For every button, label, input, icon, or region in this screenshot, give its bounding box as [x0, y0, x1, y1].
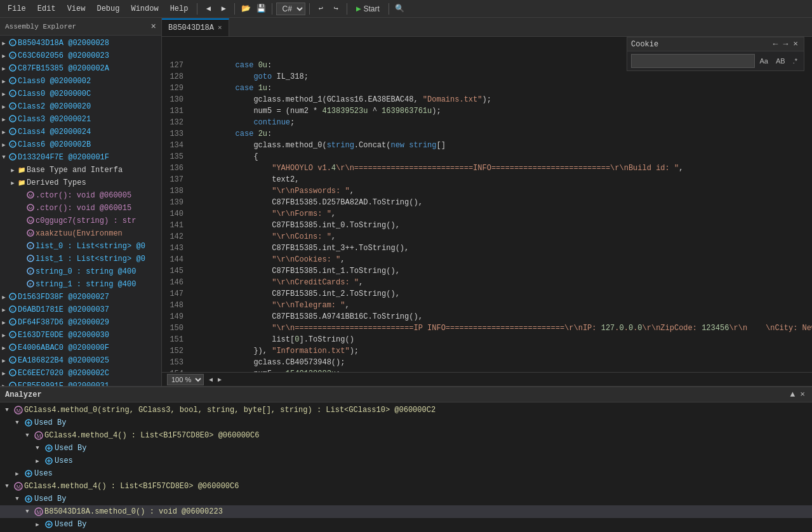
svg-text:F: F	[29, 256, 32, 262]
tree-item[interactable]: ▶CC87FB15385 @0200002A	[0, 62, 161, 75]
line-number: 153	[167, 357, 190, 368]
cookie-opt-case[interactable]: Aa	[757, 54, 771, 68]
tree-item[interactable]: M.ctor(): void @060015	[0, 202, 161, 215]
analyzer-item-label: Uses	[34, 469, 53, 478]
analyzer-item[interactable]: ▶Used By	[0, 518, 812, 531]
line-number: 150	[167, 323, 190, 334]
menu-file[interactable]: File	[3, 3, 31, 15]
tree-type-icon: C	[8, 318, 18, 328]
tree-item[interactable]: Fstring_1 : string @400	[0, 278, 161, 291]
tree-type-icon: C	[8, 331, 18, 340]
editor-statusbar: 100 % ◀ ▶	[162, 372, 812, 386]
save-button[interactable]: 💾	[254, 2, 268, 16]
tree-item[interactable]: Flist_0 : List<string> @0	[0, 240, 161, 253]
tree-arrow-icon: ▶	[0, 370, 8, 377]
toolbar-sep-3	[272, 3, 272, 15]
tree-type-icon: M	[25, 204, 36, 213]
tree-item[interactable]: ▶CClass0 @0200000C	[0, 88, 161, 100]
scroll-right-button[interactable]: ▶	[218, 376, 222, 383]
menu-edit[interactable]: Edit	[32, 3, 61, 15]
toolbar-sep-2	[234, 3, 235, 15]
tree-item[interactable]: ▶CDF64F387D6 @02000029	[0, 316, 161, 329]
svg-text:C: C	[11, 371, 15, 376]
redo-button[interactable]: ↪	[329, 2, 343, 16]
language-select[interactable]: C#	[276, 3, 305, 15]
editor-tab[interactable]: B85043D18A ×	[162, 18, 229, 36]
analyzer-item[interactable]: ▼MGClass4.method_0(string, GClass3, bool…	[0, 404, 812, 416]
svg-text:M: M	[29, 218, 33, 223]
open-button[interactable]: 📂	[239, 2, 253, 16]
undo-button[interactable]: ↩	[314, 2, 328, 16]
svg-text:C: C	[11, 155, 15, 160]
analyzer-item[interactable]: ▼MGClass4.method_4() : List<B1F57CD8E0> …	[0, 480, 812, 493]
tree-item[interactable]: ▶CE163D7E0DE @02000030	[0, 329, 161, 342]
cookie-search-input[interactable]	[631, 54, 755, 68]
scroll-left-button[interactable]: ◀	[209, 376, 213, 383]
analyzer-item[interactable]: ▶Uses	[0, 455, 812, 467]
menu-view[interactable]: View	[62, 3, 91, 15]
tree-item[interactable]: ▶CD6ABD1781E @02000037	[0, 303, 161, 316]
tree-item[interactable]: Flist_1 : List<string> @0	[0, 253, 161, 265]
tree-item[interactable]: ▶📁Derived Types	[0, 176, 161, 189]
tree-arrow-icon: ▶	[0, 129, 8, 136]
start-button[interactable]: ▶ Start	[351, 3, 384, 15]
cookie-fwd-button[interactable]: →	[781, 39, 790, 49]
search-toolbar-button[interactable]: 🔍	[393, 2, 407, 16]
tree-item[interactable]: ▶📁Base Type and Interfa	[0, 164, 161, 176]
line-number: 149	[167, 311, 190, 323]
analyzer-item[interactable]: ▼Used By	[0, 493, 812, 505]
tree-item[interactable]: Mc0ggugc7(string) : str	[0, 215, 161, 227]
fwd-button[interactable]: ▶	[216, 2, 230, 16]
tree-item[interactable]: ▼CD133204F7E @0200001F	[0, 151, 161, 164]
tree-item[interactable]: Mxaakztuu(Environmen	[0, 227, 161, 240]
back-button[interactable]: ◀	[201, 2, 215, 16]
analyzer-close-button[interactable]: ×	[798, 390, 807, 399]
analyzer-expand-button[interactable]: ▲	[788, 390, 797, 399]
analyzer-item[interactable]: ▼MGClass4.method_4() : List<B1F57CD8E0> …	[0, 429, 812, 442]
tree-item[interactable]: M.ctor(): void @060005	[0, 189, 161, 202]
code-line: 131 num5 = (num2 * 413839523u ^ 16398637…	[167, 105, 812, 117]
cookie-opt-regex[interactable]: .*	[790, 54, 800, 68]
tree-item[interactable]: ▶CB85043D18A @02000028	[0, 37, 161, 50]
cookie-back-button[interactable]: ←	[771, 39, 780, 49]
cookie-close-button[interactable]: ×	[791, 39, 800, 49]
analyzer-item[interactable]: ▼Used By	[0, 442, 812, 455]
tree-item[interactable]: ▶CECB5E9991F @02000031	[0, 380, 161, 386]
toolbar-sep-5	[347, 3, 347, 15]
tab-label: B85043D18A	[168, 23, 214, 32]
code-line: 152 }), "Information.txt");	[167, 345, 812, 357]
tree-item[interactable]: ▶CE4006ABAC0 @0200000F	[0, 342, 161, 354]
tree-item[interactable]: ▶CEA186822B4 @02000025	[0, 354, 161, 367]
tree-item[interactable]: ▶CClass3 @02000021	[0, 113, 161, 126]
tree-type-icon: C	[8, 77, 18, 86]
tree-item[interactable]: ▶CClass6 @0200002B	[0, 138, 161, 151]
tree-item[interactable]: ▶CD1563FD38F @02000027	[0, 291, 161, 303]
menu-window[interactable]: Window	[126, 3, 163, 15]
code-line: 130 gclass.method_1(GClass16.EA38EBAC48,…	[167, 94, 812, 105]
tree-type-icon: M	[25, 229, 36, 239]
line-number: 131	[167, 105, 190, 117]
start-label: Start	[363, 4, 379, 13]
tree-item[interactable]: ▶CClass2 @02000020	[0, 100, 161, 113]
sidebar-close-button[interactable]: ×	[151, 22, 156, 32]
zoom-select[interactable]: 100 %	[167, 374, 204, 385]
analyzer-item[interactable]: ▶Uses	[0, 467, 812, 480]
tree-type-icon: C	[8, 51, 18, 61]
sidebar-tree[interactable]: ▶CB85043D18A @02000028▶CC63C602056 @0200…	[0, 36, 161, 386]
tree-arrow-icon: ▶	[0, 357, 8, 364]
analyzer-item[interactable]: ▼Used By	[0, 416, 812, 429]
tree-item[interactable]: ▶CEC6EEC7020 @0200002C	[0, 367, 161, 380]
tree-item[interactable]: ▶CC63C602056 @02000023	[0, 50, 161, 62]
tree-item[interactable]: ▶CClass0 @02000002	[0, 75, 161, 88]
code-text: C87FB15385.int_0.ToString(),	[199, 220, 812, 231]
tab-close-button[interactable]: ×	[218, 24, 222, 32]
code-editor[interactable]: 127 case 0u:128 goto IL_318;129 case 1u:…	[162, 37, 812, 372]
cookie-opt-word[interactable]: AB	[773, 54, 788, 68]
tree-item[interactable]: Fstring_0 : string @400	[0, 265, 161, 278]
menu-help[interactable]: Help	[165, 3, 194, 15]
tree-item[interactable]: ▶CClass4 @02000024	[0, 126, 161, 138]
svg-text:C: C	[11, 320, 15, 325]
menu-debug[interactable]: Debug	[91, 3, 124, 15]
analyzer-item[interactable]: ▼MB85043D18A.smethod_0() : void @0600022…	[0, 505, 812, 518]
line-number: 128	[167, 71, 190, 83]
